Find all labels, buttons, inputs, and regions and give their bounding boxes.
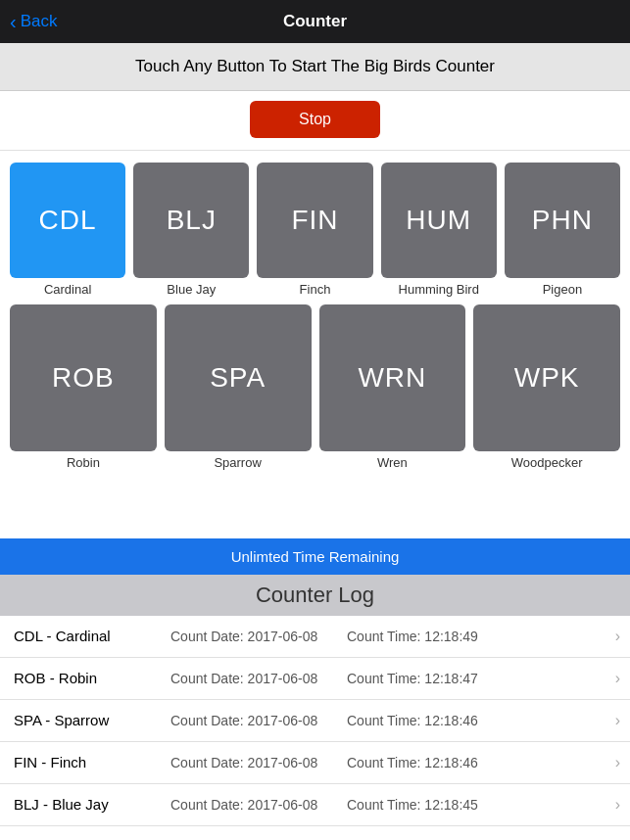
bird-grid-area: CDL Cardinal BLJ Blue Jay FIN Finch HUM … (0, 151, 630, 480)
stop-area: Stop (0, 91, 630, 151)
time-bar: Unlimted Time Remaining (0, 538, 630, 575)
bird-cell-blj[interactable]: BLJ Blue Jay (133, 163, 249, 297)
log-item-time: Count Time: 12:18:45 (347, 797, 611, 813)
log-item-name: FIN - Finch (14, 754, 170, 770)
back-label: Back (21, 12, 58, 31)
log-item-name: SPA - Sparrow (14, 712, 170, 728)
bird-cell-hum[interactable]: HUM Humming Bird (381, 163, 497, 297)
log-item[interactable]: WRN - WrenCount Date: 2017-06-08Count Ti… (0, 826, 630, 840)
bird-button-blj[interactable]: BLJ (133, 163, 249, 278)
bird-cell-phn[interactable]: PHN Pigeon (505, 163, 620, 297)
log-item-date: Count Date: 2017-06-08 (170, 797, 347, 813)
log-item[interactable]: CDL - CardinalCount Date: 2017-06-08Coun… (0, 616, 630, 658)
spacer (0, 480, 630, 538)
bird-label-blj: Blue Jay (167, 282, 216, 297)
bird-cell-fin[interactable]: FIN Finch (257, 163, 372, 297)
bird-cell-spa[interactable]: SPA Sparrow (165, 304, 312, 470)
back-chevron-icon: ‹ (10, 12, 17, 31)
bird-button-cdl[interactable]: CDL (10, 163, 125, 278)
header-text: Touch Any Button To Start The Big Birds … (135, 57, 495, 75)
stop-button[interactable]: Stop (250, 101, 380, 138)
chevron-right-icon: › (615, 754, 620, 771)
bird-label-cdl: Cardinal (44, 282, 91, 297)
chevron-right-icon: › (615, 670, 620, 687)
time-remaining-text: Unlimted Time Remaining (231, 548, 400, 565)
nav-bar: ‹ Back Counter (0, 0, 630, 43)
bird-button-fin[interactable]: FIN (257, 163, 372, 278)
bird-button-phn[interactable]: PHN (505, 163, 620, 278)
log-item-date: Count Date: 2017-06-08 (170, 671, 347, 686)
log-header: Counter Log (0, 575, 630, 616)
bird-button-wrn[interactable]: WRN (319, 304, 466, 451)
log-item-date: Count Date: 2017-06-08 (170, 629, 347, 644)
bird-label-rob: Robin (67, 455, 100, 470)
log-item-name: CDL - Cardinal (14, 628, 170, 644)
bird-label-hum: Humming Bird (399, 282, 479, 297)
log-item-name: ROB - Robin (14, 670, 170, 686)
bird-button-wpk[interactable]: WPK (473, 304, 620, 451)
log-item-time: Count Time: 12:18:46 (347, 755, 611, 770)
bird-label-phn: Pigeon (543, 282, 582, 297)
log-item-date: Count Date: 2017-06-08 (170, 755, 347, 770)
log-item[interactable]: BLJ - Blue JayCount Date: 2017-06-08Coun… (0, 784, 630, 826)
bird-grid-row2: ROB Robin SPA Sparrow WRN Wren WPK Woodp… (10, 304, 620, 470)
log-list: CDL - CardinalCount Date: 2017-06-08Coun… (0, 616, 630, 840)
chevron-right-icon: › (615, 628, 620, 645)
log-item-time: Count Time: 12:18:46 (347, 713, 611, 728)
bird-button-hum[interactable]: HUM (381, 163, 497, 278)
bird-button-rob[interactable]: ROB (10, 304, 157, 451)
bird-label-wrn: Wren (377, 455, 408, 470)
chevron-right-icon: › (615, 796, 620, 814)
back-button[interactable]: ‹ Back (10, 12, 57, 31)
bird-cell-rob[interactable]: ROB Robin (10, 304, 157, 470)
log-item-name: BLJ - Blue Jay (14, 796, 170, 813)
bird-cell-wrn[interactable]: WRN Wren (319, 304, 466, 470)
bird-grid-row1: CDL Cardinal BLJ Blue Jay FIN Finch HUM … (10, 163, 620, 297)
chevron-right-icon: › (615, 712, 620, 729)
bird-label-fin: Finch (300, 282, 331, 297)
log-item[interactable]: ROB - RobinCount Date: 2017-06-08Count T… (0, 658, 630, 700)
bird-cell-cdl[interactable]: CDL Cardinal (10, 163, 125, 297)
bird-cell-wpk[interactable]: WPK Woodpecker (473, 304, 620, 470)
bird-button-spa[interactable]: SPA (165, 304, 312, 451)
bird-label-spa: Sparrow (214, 455, 261, 470)
log-item-time: Count Time: 12:18:47 (347, 671, 611, 686)
log-item[interactable]: FIN - FinchCount Date: 2017-06-08Count T… (0, 742, 630, 784)
log-item[interactable]: SPA - SparrowCount Date: 2017-06-08Count… (0, 700, 630, 742)
nav-title: Counter (283, 12, 347, 31)
log-item-date: Count Date: 2017-06-08 (170, 713, 347, 728)
bird-label-wpk: Woodpecker (511, 455, 583, 470)
log-header-text: Counter Log (256, 583, 374, 607)
log-item-time: Count Time: 12:18:49 (347, 629, 611, 644)
header-banner: Touch Any Button To Start The Big Birds … (0, 43, 630, 91)
